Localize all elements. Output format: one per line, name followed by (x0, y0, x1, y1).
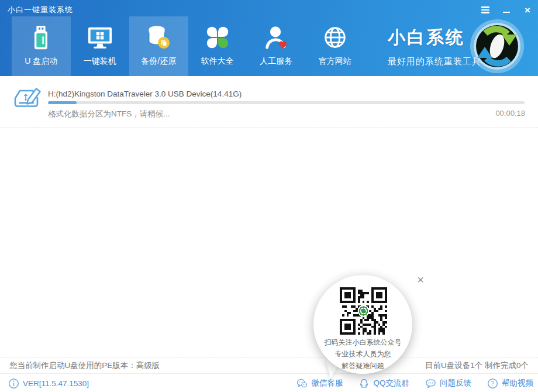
popup-line-3: 解答疑难问题 (311, 360, 415, 372)
qq-icon (358, 378, 370, 389)
footer-link-label: 微信客服 (311, 378, 343, 388)
tab-usb-boot[interactable]: U 盘启动 (12, 16, 71, 76)
menu-icon[interactable] (478, 5, 492, 15)
wechat-icon (296, 378, 308, 389)
titlebar: 小白一键重装系统 × (0, 0, 538, 18)
tab-label: 官方网站 (319, 56, 351, 67)
footer-link-label: 帮助视频 (502, 378, 533, 388)
usb-device-status: 目前U盘设备1个 制作完成0个 (425, 360, 529, 371)
version-info[interactable]: VER[11.5.47.1530] (8, 374, 89, 392)
progress-bar (48, 101, 525, 104)
main-nav: U 盘启动 一键装机 (12, 16, 364, 76)
monitor-install-icon (87, 24, 113, 51)
tab-one-key-install[interactable]: 一键装机 (71, 16, 130, 76)
tab-label: 备份/还原 (141, 56, 176, 67)
tab-label: 一键装机 (84, 56, 116, 67)
device-name: H:(hd2)Kingston DataTraveler 3.0 USB Dev… (48, 90, 242, 98)
header: 小白一键重装系统 × (0, 0, 538, 76)
feedback-bubble-icon (425, 378, 436, 389)
footer-link-label: QQ交流群 (373, 378, 409, 388)
feedback-link[interactable]: 问题反馈 (425, 378, 471, 389)
wechat-support-link[interactable]: 微信客服 (296, 378, 343, 389)
progress-status: 格式化数据分区为NTFS，请稍候... (48, 109, 170, 119)
usb-drive-icon (27, 24, 54, 51)
main-content-area (0, 128, 538, 357)
help-video-link[interactable]: ? 帮助视频 (487, 378, 533, 389)
backup-restore-icon (145, 24, 172, 51)
human-service-icon (263, 24, 289, 51)
tab-label: 软件大全 (201, 56, 234, 67)
statusbar: 您当前制作启动U盘使用的PE版本：高级版 目前U盘设备1个 制作完成0个 (0, 357, 538, 373)
brand-logo-icon (469, 18, 525, 74)
brand-name: 小白系统 (388, 26, 481, 50)
popup-text: 扫码关注小白系统公众号 专业技术人员为您 解答疑难问题 (311, 336, 415, 372)
tab-software[interactable]: 软件大全 (188, 16, 247, 76)
qr-code (340, 287, 387, 335)
brand-tagline: 最好用的系统重装工具 (388, 56, 481, 67)
version-label: VER[11.5.47.1530] (23, 379, 89, 388)
tab-label: 人工服务 (260, 56, 292, 67)
window-controls: × (478, 5, 534, 15)
tab-label: U 盘启动 (25, 56, 57, 67)
app-title: 小白一键重装系统 (8, 5, 73, 15)
minimize-icon[interactable] (499, 5, 513, 15)
info-icon (8, 378, 19, 389)
popup-line-2: 专业技术人员为您 (311, 348, 415, 360)
pe-version-status: 您当前制作启动U盘使用的PE版本：高级版 (9, 360, 160, 371)
progress-fill (48, 101, 77, 104)
popup-close-icon[interactable]: × (413, 273, 427, 287)
globe-icon (322, 24, 349, 51)
footer-link-label: 问题反馈 (440, 378, 471, 388)
progress-section: H:(hd2)Kingston DataTraveler 3.0 USB Dev… (0, 76, 538, 128)
close-icon[interactable]: × (520, 5, 534, 15)
elapsed-timer: 00:00:18 (495, 109, 525, 118)
svg-text:?: ? (491, 380, 495, 387)
help-circle-icon: ? (487, 378, 498, 389)
tab-backup-restore[interactable]: 备份/还原 (129, 16, 188, 76)
tab-official-website[interactable]: 官方网站 (306, 16, 365, 76)
footer: VER[11.5.47.1530] 微信客服 QQ交流群 (0, 373, 538, 392)
popup-line-1: 扫码关注小白系统公众号 (311, 336, 415, 348)
software-clover-icon (204, 24, 231, 51)
app-window: 小白一键重装系统 × (0, 0, 538, 392)
qq-group-link[interactable]: QQ交流群 (358, 378, 409, 389)
brand-block: 小白系统 最好用的系统重装工具 (388, 26, 481, 67)
tab-human-service[interactable]: 人工服务 (247, 16, 306, 76)
usb-burning-icon (10, 86, 43, 115)
